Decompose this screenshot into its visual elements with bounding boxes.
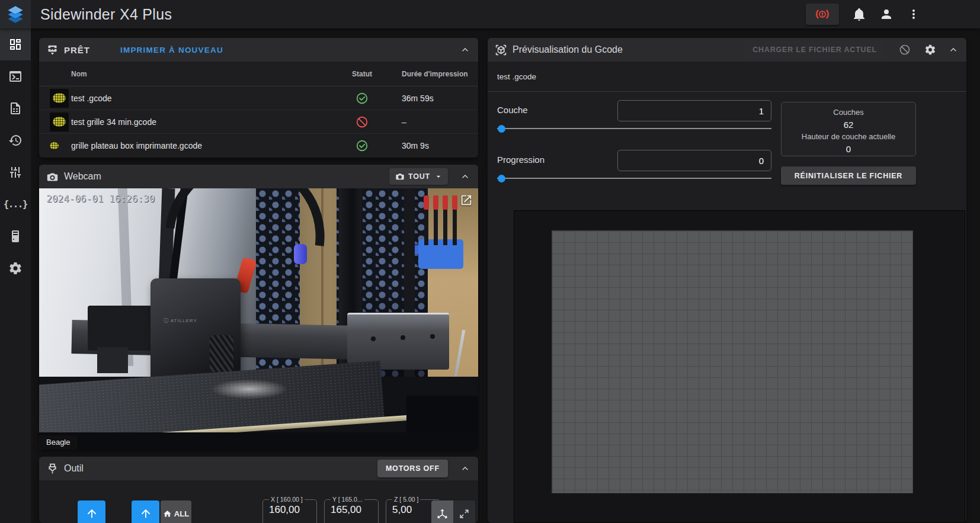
move-y-plus-button[interactable] (78, 500, 105, 523)
build-plate-grid (552, 230, 913, 493)
job-thumbnail (39, 113, 71, 131)
camera-selector-value: TOUT (408, 172, 430, 181)
mainsail-logo[interactable] (0, 0, 31, 28)
nozzle-icon (46, 463, 59, 475)
slider-thumb[interactable] (498, 175, 505, 182)
job-status (324, 92, 401, 105)
move-z-plus-button[interactable] (132, 500, 159, 523)
thumbnail-image (50, 142, 59, 149)
scene-screw (371, 336, 376, 341)
emergency-stop-button[interactable] (806, 4, 839, 25)
settings-gear-icon[interactable] (924, 44, 936, 56)
check-circle-icon (356, 92, 369, 105)
camera-icon (395, 172, 405, 181)
z-position-value[interactable]: 5,00 (392, 504, 434, 516)
col-status: Statut (324, 70, 401, 78)
scene-printhead-vent (210, 335, 233, 372)
layers-total-value: 62 (782, 118, 915, 131)
page-title: Sidewinder X4 Plus (40, 6, 172, 23)
thumbnail-image (53, 117, 66, 127)
x-position-field[interactable]: X [ 160.00 ] 160,00 (262, 496, 317, 523)
scene-gantry-end (347, 313, 449, 370)
menu-dots-icon[interactable] (907, 7, 921, 21)
layer-input[interactable]: 1 (617, 100, 771, 121)
open-in-new-icon[interactable] (460, 194, 473, 207)
layer-info-box: Couches 62 Hauteur de couche actuelle 0 (781, 102, 916, 156)
scene-carriage-lower (97, 347, 128, 373)
y-position-value[interactable]: 165,00 (331, 504, 372, 516)
motors-off-button[interactable]: MOTORS OFF (377, 460, 448, 477)
progress-slider[interactable] (497, 174, 771, 182)
job-status (324, 139, 401, 152)
webcam-camera-name: Beagle (39, 435, 77, 450)
load-current-file-button[interactable]: CHARGER LE FICHIER ACTUEL (744, 41, 885, 59)
settings-gear-icon (8, 261, 23, 275)
sidebar-item-settings[interactable] (0, 252, 31, 284)
scene-under-bed (39, 432, 478, 450)
home-all-label: ALL (174, 509, 189, 518)
collapse-chevron-up-icon[interactable] (459, 463, 471, 474)
sidebar-item-gcode-files[interactable] (0, 92, 31, 124)
home-icon (163, 509, 172, 518)
layer-slider[interactable] (497, 124, 771, 133)
camera-selector-button[interactable]: TOUT (389, 168, 448, 185)
table-row[interactable]: test .gcode 36m 59s (39, 86, 478, 110)
scene-carriage (88, 306, 154, 351)
col-duration: Durée d'impression (401, 70, 478, 78)
camera-icon (46, 171, 59, 183)
scene-screwdriver (453, 195, 457, 245)
collapse-chevron-up-icon[interactable] (459, 44, 471, 56)
sidebar-item-tune[interactable] (0, 156, 31, 188)
layer-label: Couche (497, 105, 528, 115)
job-name: test .gcode (71, 94, 324, 103)
reset-file-button[interactable]: RÉINITIALISER LE FICHIER (781, 166, 916, 185)
diagonal-move-mode-button[interactable] (453, 500, 475, 523)
gcode-panel-header: Prévisualisation du Gcode CHARGER LE FIC… (488, 38, 966, 62)
axis-move-mode-button[interactable] (431, 500, 453, 523)
home-all-button[interactable]: ALL (161, 500, 191, 523)
progress-input[interactable]: 0 (617, 150, 771, 171)
tune-icon (8, 165, 23, 179)
scene-screwdriver (443, 195, 447, 245)
slider-thumb[interactable] (498, 125, 505, 133)
sidebar-item-console[interactable] (0, 60, 31, 92)
table-row[interactable]: test grille 34 min.gcode – (39, 110, 478, 134)
reprint-button[interactable]: IMPRIMER À NOUVEAU (120, 46, 223, 54)
account-icon[interactable] (879, 7, 893, 21)
chevron-down-icon (434, 172, 443, 181)
webcam-timestamp: 2024-06-01 16:26:30 (46, 193, 155, 204)
webcam-title: Webcam (64, 171, 101, 182)
thumbnail-image (53, 93, 66, 103)
job-duration: – (401, 117, 478, 127)
webcam-panel: Webcam TOUT (39, 165, 478, 450)
arrow-expand-icon (459, 508, 470, 519)
collapse-chevron-up-icon[interactable] (459, 171, 471, 182)
job-status (324, 115, 401, 129)
job-duration: 36m 59s (401, 94, 478, 103)
cancel-icon[interactable] (899, 44, 911, 56)
arrow-up-icon (85, 507, 98, 520)
slider-track[interactable] (497, 128, 771, 129)
y-position-field[interactable]: Y [ 165.0... 165,00 (324, 496, 379, 523)
job-thumbnail (39, 142, 71, 149)
brake-alert-icon (815, 7, 830, 22)
gcode-thumbnail (50, 89, 69, 108)
console-icon (8, 69, 23, 84)
toolhead-title: Outil (64, 463, 84, 474)
collapse-chevron-up-icon[interactable] (947, 44, 959, 56)
sidebar-item-machine[interactable] (0, 220, 31, 252)
sidebar-item-history[interactable] (0, 124, 31, 156)
scene-screw (430, 334, 435, 339)
toolhead-panel: Outil MOTORS OFF ALL X [ 160.00 ] 160,00… (39, 457, 478, 523)
gcode-thumbnail (50, 113, 69, 131)
table-row[interactable]: grille plateau box imprimante.gcode 30m … (39, 134, 478, 158)
gcode-3d-viewer[interactable] (514, 210, 965, 523)
sidebar-item-macros[interactable]: {...} (0, 188, 31, 220)
x-position-value[interactable]: 160,00 (269, 504, 310, 516)
sidebar-item-dashboard[interactable] (0, 28, 31, 60)
cancel-icon (356, 115, 369, 129)
notifications-bell-icon[interactable] (852, 7, 866, 21)
dashboard-icon (8, 37, 23, 52)
layer-height-value: 0 (782, 143, 915, 155)
slider-track[interactable] (497, 178, 771, 179)
